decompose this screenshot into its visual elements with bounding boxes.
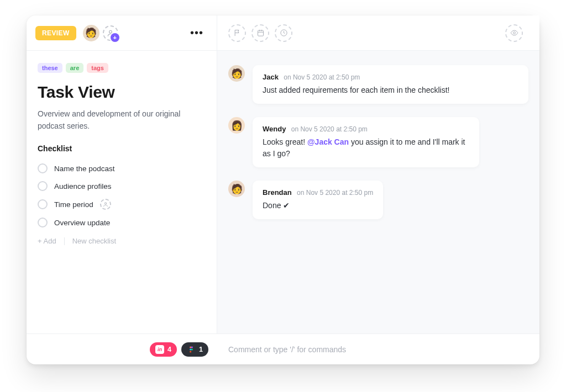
task-description[interactable]: Overview and development of our original… [38, 108, 206, 132]
flag-icon [233, 29, 242, 37]
checkbox[interactable] [38, 199, 48, 209]
avatar[interactable]: 🧑 [228, 65, 245, 82]
footer-right [217, 345, 539, 354]
left-header: REVIEW 🧑 + ••• [27, 15, 217, 51]
time-button[interactable] [275, 24, 292, 42]
checklist-item-label: Name the podcast [54, 165, 115, 173]
left-panel: REVIEW 🧑 + ••• these are tags Task View [27, 15, 217, 333]
right-panel: 🧑 Jack on Nov 5 2020 at 2:50 pm Just add… [217, 15, 539, 333]
checklist-heading: Checklist [38, 144, 206, 153]
checklist-item[interactable]: Overview update [38, 214, 206, 231]
avatar[interactable]: 🧑 [228, 181, 245, 197]
comment-timestamp: on Nov 5 2020 at 2:50 pm [284, 73, 360, 81]
comment-bubble: Brendan on Nov 5 2020 at 2:50 pm Done ✔ [253, 181, 383, 219]
svg-point-4 [513, 32, 515, 34]
checklist-item-label: Overview update [54, 219, 110, 227]
chip-count: 1 [199, 346, 203, 353]
comment-meta: Wendy on Nov 5 2020 at 2:50 pm [263, 125, 469, 133]
svg-point-1 [104, 203, 106, 204]
avatar[interactable]: 🧑 [83, 25, 99, 41]
footer-left: in 4 1 [27, 342, 217, 357]
right-header [217, 15, 539, 51]
mention[interactable]: @Jack Can [307, 137, 349, 146]
plus-icon: + [111, 33, 119, 42]
comment: 👩 Wendy on Nov 5 2020 at 2:50 pm Looks g… [228, 117, 528, 167]
attachment-chip-figma[interactable]: 1 [181, 342, 208, 357]
comment-timestamp: on Nov 5 2020 at 2:50 pm [291, 125, 368, 133]
tag[interactable]: these [38, 63, 62, 73]
clock-icon [280, 29, 288, 37]
avatar[interactable]: 👩 [228, 117, 245, 134]
main-area: REVIEW 🧑 + ••• these are tags Task View [27, 15, 539, 333]
checklist-add-row: + Add New checklist [38, 237, 206, 245]
task-view-card: REVIEW 🧑 + ••• these are tags Task View [27, 15, 539, 364]
chip-count: 4 [167, 346, 171, 353]
comment-timestamp: on Nov 5 2020 at 2:50 pm [297, 189, 373, 197]
comment-bubble: Jack on Nov 5 2020 at 2:50 pm Just added… [253, 65, 528, 104]
footer: in 4 1 [27, 333, 539, 364]
add-item-button[interactable]: + Add [38, 237, 56, 245]
person-icon [103, 202, 108, 207]
attachment-chip-invision[interactable]: in 4 [150, 342, 177, 357]
watch-button[interactable] [505, 24, 523, 42]
checklist-item[interactable]: Time period [38, 195, 206, 214]
comment-bubble: Wendy on Nov 5 2020 at 2:50 pm Looks gre… [253, 117, 479, 167]
add-assignee-button[interactable]: + [103, 25, 118, 41]
checkbox[interactable] [38, 218, 48, 227]
svg-point-8 [191, 348, 193, 350]
tag-row: these are tags [38, 63, 206, 73]
checklist-item[interactable]: Audience profiles [38, 177, 206, 195]
comment: 🧑 Brendan on Nov 5 2020 at 2:50 pm Done … [228, 181, 528, 219]
checkbox[interactable] [38, 163, 48, 173]
checklist-item-label: Audience profiles [54, 182, 112, 190]
comment-body: Looks great! @Jack Can you assign it to … [263, 136, 469, 160]
eye-icon [510, 29, 518, 37]
invision-icon: in [155, 345, 164, 354]
more-menu-button[interactable]: ••• [186, 24, 208, 41]
comment-input[interactable] [228, 345, 528, 354]
comment-author: Brendan [263, 188, 292, 197]
divider [64, 237, 65, 245]
assignee-row: 🧑 + [83, 25, 118, 41]
assignee-placeholder[interactable] [100, 199, 111, 210]
figma-icon [187, 345, 196, 354]
checkbox[interactable] [38, 181, 48, 191]
new-checklist-button[interactable]: New checklist [72, 237, 116, 245]
svg-point-6 [191, 346, 193, 348]
comment: 🧑 Jack on Nov 5 2020 at 2:50 pm Just add… [228, 65, 528, 104]
status-badge[interactable]: REVIEW [35, 26, 76, 40]
left-body: these are tags Task View Overview and de… [27, 51, 217, 333]
comment-author: Jack [263, 73, 279, 81]
tag[interactable]: tags [87, 63, 108, 73]
tag[interactable]: are [66, 63, 84, 73]
comment-author: Wendy [263, 125, 286, 133]
comment-body: Just added requirements for each item in… [263, 84, 518, 96]
date-button[interactable] [251, 24, 269, 42]
svg-rect-2 [258, 30, 263, 36]
comment-body: Done ✔ [263, 200, 373, 211]
calendar-icon [256, 29, 265, 37]
svg-point-9 [190, 351, 191, 352]
comment-list: 🧑 Jack on Nov 5 2020 at 2:50 pm Just add… [217, 51, 539, 333]
svg-point-0 [109, 30, 112, 33]
checklist-item[interactable]: Name the podcast [38, 160, 206, 177]
checklist-item-label: Time period [54, 200, 93, 209]
comment-meta: Jack on Nov 5 2020 at 2:50 pm [263, 73, 518, 81]
page-title[interactable]: Task View [38, 83, 206, 102]
priority-button[interactable] [228, 24, 246, 42]
comment-meta: Brendan on Nov 5 2020 at 2:50 pm [263, 188, 373, 197]
